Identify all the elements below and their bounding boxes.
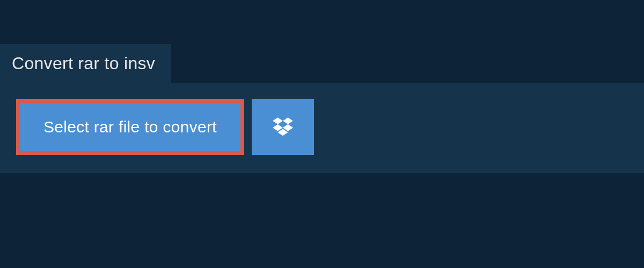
tab-convert[interactable]: Convert rar to insv bbox=[0, 44, 171, 83]
select-file-button[interactable]: Select rar file to convert bbox=[16, 99, 244, 155]
dropbox-button[interactable] bbox=[252, 99, 314, 155]
upload-panel: Select rar file to convert bbox=[0, 83, 644, 173]
dropbox-icon bbox=[273, 116, 293, 138]
select-file-label: Select rar file to convert bbox=[43, 118, 217, 136]
tab-bar: Convert rar to insv bbox=[0, 0, 644, 83]
tab-title: Convert rar to insv bbox=[12, 54, 155, 73]
